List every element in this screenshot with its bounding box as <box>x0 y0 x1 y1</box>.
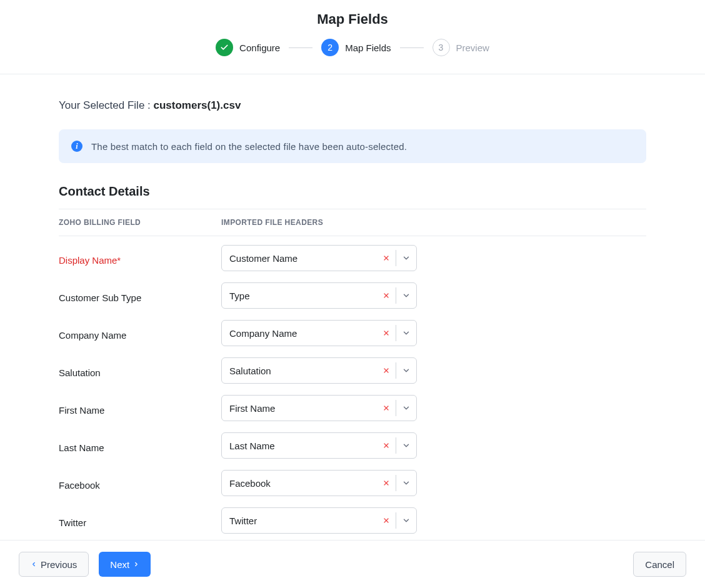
header-select[interactable]: Customer Name <box>221 245 417 271</box>
check-icon <box>216 39 233 56</box>
step-connector <box>400 47 424 48</box>
select-box[interactable]: Company Name <box>221 320 417 346</box>
clear-icon[interactable] <box>377 517 396 524</box>
field-row: Display Name*Customer Name <box>59 236 646 274</box>
info-banner: i The best match to each field on the se… <box>59 129 646 163</box>
field-label: Facebook <box>59 476 221 491</box>
chevron-down-icon[interactable] <box>396 366 416 375</box>
selected-file-prefix: Your Selected File : <box>59 99 154 111</box>
chevron-left-icon <box>31 561 37 568</box>
wizard-header: Map Fields Configure 2 Map Fields 3 Prev… <box>0 0 705 74</box>
selected-file-name: customers(1).csv <box>154 99 241 111</box>
header-select[interactable]: Type <box>221 282 417 309</box>
select-box[interactable]: Customer Name <box>221 245 417 271</box>
page-title: Map Fields <box>0 11 705 27</box>
column-header-imported: IMPORTED FILE HEADERS <box>221 218 646 227</box>
chevron-down-icon[interactable] <box>396 329 416 337</box>
select-value: Customer Name <box>222 253 377 264</box>
header-select[interactable]: Salutation <box>221 357 417 384</box>
table-header: ZOHO BILLING FIELD IMPORTED FILE HEADERS <box>59 209 646 236</box>
select-value: Company Name <box>222 328 377 339</box>
next-button[interactable]: Next <box>99 552 151 577</box>
field-label: Display Name* <box>59 251 221 266</box>
stepper: Configure 2 Map Fields 3 Preview <box>0 39 705 67</box>
step-label: Configure <box>239 42 280 53</box>
select-value: Last Name <box>222 441 377 451</box>
field-label: Customer Sub Type <box>59 289 221 303</box>
field-row: First NameFirst Name <box>59 386 646 424</box>
step-preview[interactable]: 3 Preview <box>432 39 489 56</box>
field-row: SalutationSalutation <box>59 349 646 386</box>
previous-button-label: Previous <box>41 559 77 570</box>
clear-icon[interactable] <box>377 329 396 337</box>
field-label: Company Name <box>59 326 221 341</box>
selected-file-line: Your Selected File : customers(1).csv <box>59 99 646 112</box>
step-number-icon: 3 <box>432 39 450 56</box>
chevron-down-icon[interactable] <box>396 441 416 450</box>
select-box[interactable]: Last Name <box>221 432 417 459</box>
select-value: First Name <box>222 403 377 414</box>
chevron-down-icon[interactable] <box>396 516 416 525</box>
step-connector <box>289 47 312 48</box>
chevron-down-icon[interactable] <box>396 479 416 487</box>
field-label: Last Name <box>59 439 221 453</box>
field-label: Salutation <box>59 364 221 378</box>
select-value: Facebook <box>222 478 377 489</box>
step-configure[interactable]: Configure <box>216 39 280 56</box>
select-box[interactable]: Type <box>221 282 417 309</box>
header-select[interactable]: Facebook <box>221 470 417 496</box>
field-mapping-table: ZOHO BILLING FIELD IMPORTED FILE HEADERS… <box>59 209 646 536</box>
field-row: FacebookFacebook <box>59 461 646 499</box>
header-select[interactable]: Last Name <box>221 432 417 459</box>
field-label: Twitter <box>59 514 221 528</box>
field-row: TwitterTwitter <box>59 499 646 536</box>
clear-icon[interactable] <box>377 367 396 374</box>
clear-icon[interactable] <box>377 254 396 262</box>
clear-icon[interactable] <box>377 479 396 487</box>
step-map-fields[interactable]: 2 Map Fields <box>321 39 391 56</box>
column-header-field: ZOHO BILLING FIELD <box>59 218 221 227</box>
footer-bar: Previous Next Cancel <box>0 540 705 588</box>
info-icon: i <box>71 141 82 152</box>
chevron-down-icon[interactable] <box>396 254 416 262</box>
field-row: Customer Sub TypeType <box>59 274 646 311</box>
clear-icon[interactable] <box>377 404 396 412</box>
next-button-label: Next <box>110 559 129 570</box>
header-select[interactable]: First Name <box>221 395 417 421</box>
header-select[interactable]: Twitter <box>221 507 417 534</box>
info-text: The best match to each field on the sele… <box>91 141 407 152</box>
chevron-down-icon[interactable] <box>396 404 416 412</box>
cancel-button-label: Cancel <box>645 559 674 570</box>
previous-button[interactable]: Previous <box>19 552 89 577</box>
field-row: Company NameCompany Name <box>59 311 646 349</box>
step-number-icon: 2 <box>321 39 339 56</box>
select-box[interactable]: Twitter <box>221 507 417 534</box>
select-value: Type <box>222 291 377 301</box>
step-label: Preview <box>456 42 489 53</box>
select-box[interactable]: First Name <box>221 395 417 421</box>
select-box[interactable]: Facebook <box>221 470 417 496</box>
select-box[interactable]: Salutation <box>221 357 417 384</box>
clear-icon[interactable] <box>377 442 396 449</box>
section-title: Contact Details <box>59 184 646 199</box>
field-row: Last NameLast Name <box>59 424 646 461</box>
content: Your Selected File : customers(1).csv i … <box>40 74 665 588</box>
chevron-down-icon[interactable] <box>396 291 416 300</box>
field-label: First Name <box>59 401 221 416</box>
chevron-right-icon <box>133 561 139 568</box>
select-value: Salutation <box>222 366 377 376</box>
header-select[interactable]: Company Name <box>221 320 417 346</box>
step-label: Map Fields <box>345 42 391 53</box>
clear-icon[interactable] <box>377 292 396 299</box>
select-value: Twitter <box>222 516 377 526</box>
cancel-button[interactable]: Cancel <box>633 552 686 577</box>
